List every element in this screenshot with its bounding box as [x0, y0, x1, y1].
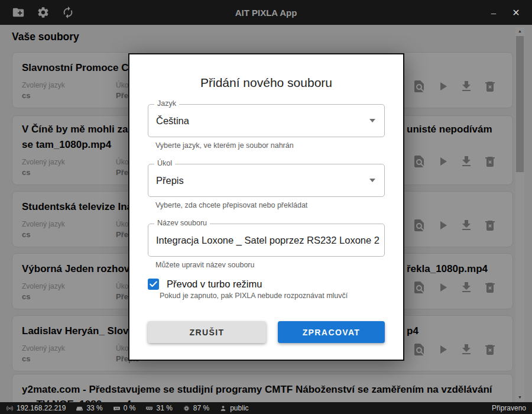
chevron-down-icon — [369, 119, 375, 122]
settings-icon — [37, 6, 50, 19]
chevron-down-icon — [369, 179, 375, 182]
user-status: public — [219, 404, 248, 412]
task-select-label: Úkol — [154, 159, 175, 167]
cpu-status: 87 % — [183, 404, 209, 412]
network-icon — [6, 405, 14, 412]
app-status: Připraveno — [492, 404, 526, 412]
cancel-button[interactable]: ZRUŠIT — [148, 321, 266, 343]
language-helper-text: Vyberte jazyk, ve kterém je soubor nahrá… — [155, 141, 385, 150]
status-text: Připraveno — [492, 404, 526, 412]
disk-usage: 33 % — [86, 404, 102, 412]
filename-input-label: Název souboru — [154, 219, 210, 227]
user-name: public — [230, 404, 248, 412]
window-controls: – ✕ — [482, 0, 532, 25]
ip-address: 192.168.22.219 — [17, 404, 66, 412]
language-select-label: Jazyk — [154, 99, 179, 108]
task-select[interactable]: Úkol Přepis — [148, 164, 385, 197]
network-status: 192.168.22.219 — [6, 404, 66, 412]
gpu-status: 0 % — [113, 404, 136, 412]
statusbar: 192.168.22.219 33 % 0 % 31 % 87 % public… — [0, 402, 532, 414]
app-title: AIT PIXLA App — [0, 8, 532, 18]
close-button[interactable]: ✕ — [505, 0, 527, 25]
minimize-button[interactable]: – — [482, 0, 505, 25]
cpu-usage: 87 % — [193, 404, 209, 412]
cpu-icon — [183, 405, 190, 412]
user-icon — [219, 405, 227, 412]
turbo-helper-text: Pokud je zapnuto, pak PIXLA nebude rozpo… — [160, 292, 385, 300]
language-select-value: Čeština — [148, 115, 189, 127]
gpu-icon — [113, 405, 121, 412]
checkmark-icon — [148, 279, 159, 290]
gpu-usage: 0 % — [124, 404, 136, 412]
ram-icon — [145, 405, 153, 412]
filename-input[interactable]: Název souboru Integracja Loxone _ Satel … — [148, 224, 385, 257]
language-select[interactable]: Jazyk Čeština — [148, 104, 385, 137]
dialog-title: Přidání nového souboru — [148, 76, 385, 90]
sync-icon — [61, 6, 74, 19]
task-helper-text: Vyberte, zda chcete přepisovat nebo přek… — [155, 201, 385, 209]
task-select-value: Přepis — [148, 175, 184, 186]
submit-button[interactable]: ZPRACOVAT — [278, 321, 385, 343]
dialog-buttons: ZRUŠIT ZPRACOVAT — [148, 321, 385, 343]
add-file-button[interactable] — [12, 6, 25, 19]
disk-icon — [76, 405, 83, 412]
filename-helper-text: Můžete upravit název souboru — [155, 261, 385, 269]
ram-usage: 31 % — [156, 404, 172, 412]
settings-button[interactable] — [37, 6, 50, 19]
titlebar-toolbar — [0, 6, 74, 19]
disk-status: 33 % — [76, 404, 102, 412]
titlebar: AIT PIXLA App – ✕ — [0, 0, 532, 25]
add-file-icon — [12, 6, 25, 19]
ram-status: 31 % — [145, 404, 172, 412]
sync-button[interactable] — [61, 6, 74, 19]
turbo-checkbox[interactable] — [148, 279, 159, 290]
turbo-checkbox-row: Převod v turbo režimu — [148, 279, 385, 290]
add-file-dialog: Přidání nového souboru Jazyk Čeština Vyb… — [128, 53, 404, 361]
filename-input-value: Integracja Loxone _ Satel poprzez RS232 … — [148, 235, 379, 246]
turbo-checkbox-label[interactable]: Převod v turbo režimu — [167, 279, 262, 290]
